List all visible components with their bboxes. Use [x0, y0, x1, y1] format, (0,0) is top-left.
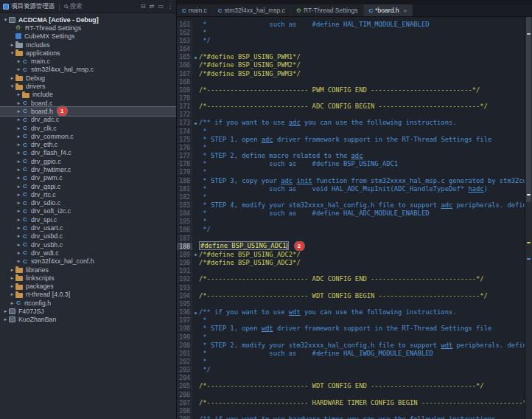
code-line-165[interactable]: 165◆/*#define BSP_USING_PWM1*/ — [177, 53, 525, 61]
code-line-181[interactable]: 181 * such as void HAL_ADC_MspInit(ADC_H… — [177, 184, 525, 193]
tree-item-rtconfig-h[interactable]: ▸Crtconfig.h — [0, 299, 176, 307]
tree-item-drv-usart-c[interactable]: ▸Cdrv_usart.c — [0, 224, 176, 232]
tree-item-f407jsj[interactable]: ▸F407JSJ — [0, 307, 176, 315]
chevron-right-icon[interactable]: ▸ — [15, 242, 22, 248]
tab-stm32f4xx-hal-msp-c[interactable]: Cstm32f4xx_hal_msp.c — [213, 4, 291, 16]
chevron-right-icon[interactable]: ▸ — [15, 58, 22, 64]
tree-item-drv-common-c[interactable]: ▸Cdrv_common.c — [0, 132, 176, 140]
fold-marker-icon[interactable]: ◆ — [192, 417, 199, 419]
tree-item-kuozhanban[interactable]: ▸KuoZhanBan — [0, 316, 176, 324]
tree-item-drv-qspi-c[interactable]: ▸Cdrv_qspi.c — [0, 182, 176, 190]
code-line-202[interactable]: 202 * — [177, 357, 525, 365]
chevron-right-icon[interactable]: ▸ — [2, 308, 9, 314]
code-line-170[interactable]: 170 — [177, 94, 525, 102]
chevron-right-icon[interactable]: ▸ — [15, 125, 22, 131]
link-with-editor-icon[interactable]: ⇄ — [150, 3, 155, 10]
code-line-209[interactable]: 209◆/** if you want to use hardware time… — [177, 415, 525, 419]
chevron-right-icon[interactable]: ▸ — [2, 316, 9, 322]
chevron-right-icon[interactable]: ▸ — [9, 42, 15, 48]
chevron-right-icon[interactable]: ▸ — [15, 117, 22, 122]
tree-item-drv-gpio-c[interactable]: ▸Cdrv_gpio.c — [0, 157, 176, 165]
chevron-right-icon[interactable]: ▸ — [15, 225, 22, 231]
close-icon[interactable]: × — [403, 7, 407, 14]
chevron-down-icon[interactable]: ▾ — [9, 83, 15, 89]
code-line-163[interactable]: 163 */ — [177, 36, 525, 44]
chevron-right-icon[interactable]: ▸ — [15, 192, 22, 198]
view-menu-icon[interactable]: ⋮ — [167, 3, 173, 10]
tree-item-drv-hwtimer-c[interactable]: ▸Cdrv_hwtimer.c — [0, 165, 176, 173]
code-line-188[interactable]: 188#define BSP_USING_ADC12 — [177, 242, 525, 250]
chevron-right-icon[interactable]: ▸ — [15, 108, 22, 114]
code-line-185[interactable]: 185 * — [177, 218, 525, 226]
tab-board-h[interactable]: C*board.h× — [364, 4, 413, 16]
code-line-192[interactable]: 192/*-------------------------- ADC CONF… — [177, 275, 525, 283]
code-line-208[interactable]: 208 — [177, 406, 525, 415]
chevron-right-icon[interactable]: ▸ — [9, 75, 15, 81]
code-line-168[interactable]: 168 — [177, 77, 525, 86]
chevron-right-icon[interactable]: ▸ — [9, 283, 15, 289]
code-line-206[interactable]: 206 — [177, 390, 525, 398]
code-line-199[interactable]: 199 * — [177, 333, 525, 341]
tree-item-drv-usbh-c[interactable]: ▸Cdrv_usbh.c — [0, 240, 176, 249]
tree-item-applications[interactable]: ▾applications — [0, 49, 176, 57]
tree-item-drv-soft-i2c-c[interactable]: ▸Cdrv_soft_i2c.c — [0, 207, 176, 215]
chevron-right-icon[interactable]: ▸ — [15, 134, 22, 139]
chevron-right-icon[interactable]: ▸ — [15, 142, 22, 148]
code-line-166[interactable]: 166/*#define BSP_USING_PWM2*/ — [177, 61, 525, 69]
fold-marker-icon[interactable]: ◆ — [192, 310, 199, 315]
code-line-193[interactable]: 193 — [177, 283, 525, 291]
explorer-search[interactable]: 搜索 — [64, 2, 83, 11]
tree-item-drv-usbd-c[interactable]: ▸Cdrv_usbd.c — [0, 232, 176, 240]
chevron-right-icon[interactable]: ▸ — [15, 200, 22, 206]
chevron-right-icon[interactable]: ▸ — [9, 275, 15, 281]
tree-item-drv-clk-c[interactable]: ▸Cdrv_clk.c — [0, 124, 176, 132]
code-line-172[interactable]: 172 — [177, 111, 525, 119]
tree-item-packages[interactable]: ▸packages — [0, 283, 176, 291]
code-line-183[interactable]: 183 * STEP 4, modify your stm32xxxx_hal_… — [177, 201, 525, 209]
code-line-169[interactable]: 169/*-------------------------- PWM CONF… — [177, 86, 525, 94]
code-line-184[interactable]: 184 * such as #define HAL_ADC_MODULE_ENA… — [177, 210, 525, 218]
chevron-right-icon[interactable]: ▸ — [15, 217, 22, 223]
chevron-right-icon[interactable]: ▸ — [15, 167, 22, 173]
chevron-right-icon[interactable]: ▸ — [15, 150, 22, 156]
tree-item-main-c[interactable]: ▸Cmain.c — [0, 57, 176, 65]
tree-item-board-c[interactable]: ▸Cboard.c — [0, 99, 176, 107]
tree-item-debug[interactable]: ▸Debug — [0, 74, 176, 82]
tree-item-drv-spi-c[interactable]: ▸Cdrv_spi.c — [0, 215, 176, 224]
chevron-right-icon[interactable]: ▸ — [15, 175, 22, 181]
code-line-173[interactable]: 173◆/** if you want to use adc you can u… — [177, 119, 525, 127]
code-line-161[interactable]: 161 * such as #define HAL_TIM_MODULE_ENA… — [177, 20, 525, 28]
chevron-right-icon[interactable]: ▸ — [9, 267, 15, 273]
tree-item-drv-flash-f4-c[interactable]: ▸Cdrv_flash_f4.c — [0, 149, 176, 157]
chevron-right-icon[interactable]: ▸ — [15, 91, 22, 97]
tree-item-drv-pwm-c[interactable]: ▸Cdrv_pwm.c — [0, 174, 176, 182]
chevron-right-icon[interactable]: ▸ — [15, 258, 22, 264]
tree-item-rt-thread-settings[interactable]: ⚙RT-Thread Settings — [0, 24, 176, 32]
chevron-down-icon[interactable]: ▾ — [2, 17, 9, 23]
code-line-164[interactable]: 164 — [177, 44, 525, 52]
chevron-right-icon[interactable]: ▸ — [9, 291, 15, 297]
chevron-right-icon[interactable]: ▸ — [15, 100, 22, 106]
tree-item-drv-rtc-c[interactable]: ▸Cdrv_rtc.c — [0, 190, 176, 198]
chevron-right-icon[interactable]: ▸ — [15, 184, 22, 190]
code-line-207[interactable]: 207/*-------------------------- HARDWARE… — [177, 398, 525, 406]
code-line-197[interactable]: 197 * — [177, 316, 525, 325]
code-line-174[interactable]: 174 * — [177, 127, 525, 135]
code-line-182[interactable]: 182 * — [177, 193, 525, 201]
overview-ruler[interactable] — [525, 17, 532, 419]
tree-item-cubemx-settings[interactable]: CubeMX Settings — [0, 32, 176, 41]
fold-marker-icon[interactable]: ◆ — [192, 120, 199, 125]
chevron-right-icon[interactable]: ▸ — [15, 233, 22, 239]
tree-item-drv-eth-c[interactable]: ▸Cdrv_eth.c — [0, 140, 176, 148]
code-line-190[interactable]: 190/*#define BSP_USING_ADC3*/ — [177, 259, 525, 267]
code-line-175[interactable]: 175 * STEP 1, open adc driver framework … — [177, 135, 525, 143]
chevron-right-icon[interactable]: ▸ — [9, 300, 15, 306]
code-line-195[interactable]: 195 — [177, 299, 525, 308]
tree-item-include[interactable]: ▸include — [0, 91, 176, 99]
tree-item-stm32f4xx-hal-conf-h[interactable]: ▸Cstm32f4xx_hal_conf.h — [0, 257, 176, 266]
tree-item-drivers[interactable]: ▾drivers — [0, 82, 176, 90]
tree-item-rt-thread-4-0-3[interactable]: ▸rt-thread [4.0.3] — [0, 291, 176, 299]
tree-item-drv-adc-c[interactable]: ▸Cdrv_adc.c — [0, 116, 176, 124]
code-editor[interactable]: 161 * such as #define HAL_TIM_MODULE_ENA… — [177, 17, 525, 419]
chevron-right-icon[interactable]: ▸ — [15, 66, 22, 72]
